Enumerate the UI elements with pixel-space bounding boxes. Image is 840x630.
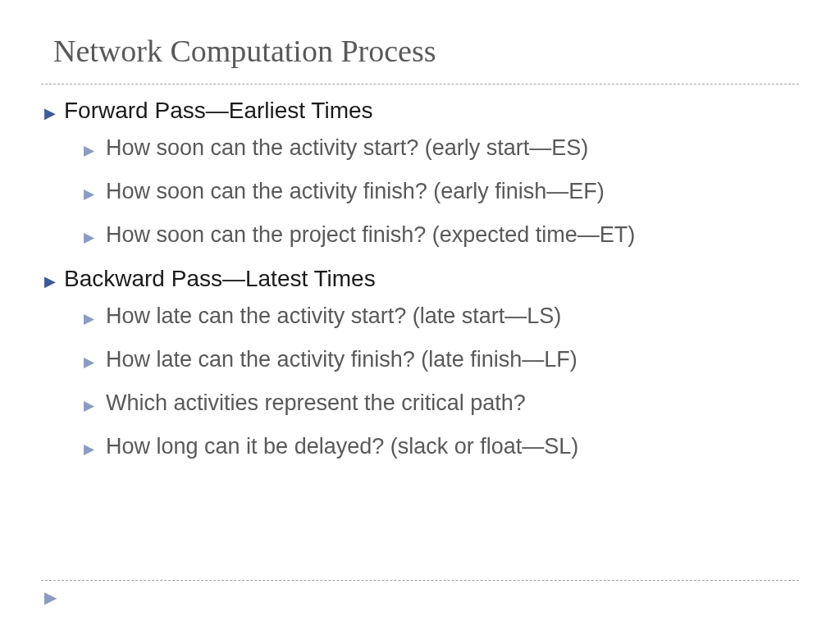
list-item: ▶ How late can the activity start? (late… bbox=[84, 304, 799, 329]
heading-text: Backward Pass—Latest Times bbox=[64, 266, 376, 292]
list-item: ▶ How late can the activity finish? (lat… bbox=[84, 347, 799, 372]
heading-text: Forward Pass—Earliest Times bbox=[64, 98, 373, 124]
triangle-right-icon: ▶ bbox=[44, 272, 56, 290]
item-text: How soon can the activity start? (early … bbox=[106, 135, 588, 161]
item-text: Which activities represent the critical … bbox=[106, 390, 526, 416]
item-text: How long can it be delayed? (slack or fl… bbox=[106, 434, 578, 459]
section-heading: ▶ Backward Pass—Latest Times bbox=[44, 266, 799, 292]
triangle-right-icon: ▶ bbox=[84, 185, 94, 203]
item-text: How late can the activity finish? (late … bbox=[106, 347, 578, 372]
list-item: ▶ How soon can the activity finish? (ear… bbox=[84, 179, 799, 204]
slide-content: ▶ Forward Pass—Earliest Times ▶ How soon… bbox=[41, 98, 799, 459]
list-item: ▶ Which activities represent the critica… bbox=[84, 390, 799, 416]
item-text: How soon can the activity finish? (early… bbox=[106, 179, 605, 204]
triangle-right-icon: ▶ bbox=[84, 310, 94, 327]
triangle-right-icon: ▶ bbox=[84, 441, 94, 458]
triangle-right-icon: ▶ bbox=[84, 229, 94, 246]
list-item: ▶ How long can it be delayed? (slack or … bbox=[84, 434, 799, 459]
triangle-right-icon: ▶ bbox=[84, 142, 94, 159]
divider-top bbox=[41, 84, 799, 84]
list-item: ▶ How soon can the project finish? (expe… bbox=[84, 222, 799, 248]
footer-triangle-icon: ▶ bbox=[44, 587, 57, 607]
section-heading: ▶ Forward Pass—Earliest Times bbox=[44, 98, 799, 124]
triangle-right-icon: ▶ bbox=[84, 397, 94, 414]
list-item: ▶ How soon can the activity start? (earl… bbox=[84, 135, 799, 161]
item-text: How soon can the project finish? (expect… bbox=[106, 222, 635, 248]
slide-title: Network Computation Process bbox=[53, 33, 799, 69]
divider-bottom bbox=[41, 580, 799, 581]
triangle-right-icon: ▶ bbox=[84, 354, 94, 371]
triangle-right-icon: ▶ bbox=[44, 104, 56, 122]
item-text: How late can the activity start? (late s… bbox=[106, 304, 561, 329]
